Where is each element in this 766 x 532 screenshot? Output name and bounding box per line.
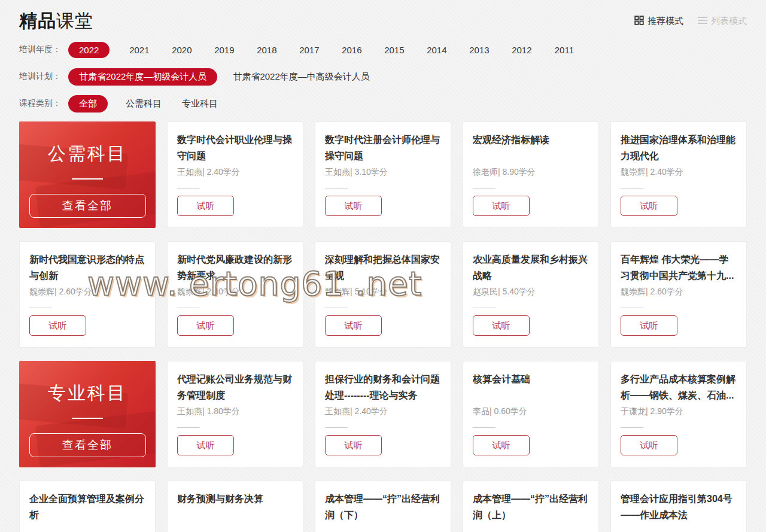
course-meta: 魏崇辉| 2.40学分 — [621, 167, 737, 178]
view-all-button[interactable]: 查看全部 — [29, 194, 146, 218]
course-title: 成本管理——“拧”出经营利润（下） — [325, 491, 441, 523]
divider — [72, 178, 103, 180]
page-header: 精品课堂 推荐模式 列表模式 — [19, 0, 747, 34]
divider — [72, 418, 103, 419]
list-mode-button[interactable]: 列表模式 — [698, 16, 747, 27]
year-option[interactable]: 2011 — [543, 45, 585, 55]
filter-row-year: 培训年度： 2022 2021 2020 2019 2018 2017 2016… — [19, 41, 747, 59]
course-meta: 魏崇辉| 2.60学分 — [621, 287, 737, 297]
course-title: 财务预测与财务决算 — [177, 491, 293, 523]
audition-button[interactable]: 试听 — [621, 196, 677, 216]
course-title: 管理会计应用指引第304号——作业成本法 — [621, 491, 737, 523]
category-card-public: 公需科目 查看全部 — [19, 121, 156, 228]
course-meta: 于谦龙| 2.90学分 — [621, 406, 737, 417]
course-grid: 公需科目 查看全部 数字时代会计职业伦理与操守问题 王如燕| 2.40学分 试听… — [19, 121, 747, 532]
course-title: 多行业产品成本核算案例解析——钢铁、煤炭、石油... — [621, 371, 737, 403]
divider — [325, 427, 348, 428]
course-title: 数字时代注册会计师伦理与操守问题 — [325, 132, 441, 164]
course-title: 新时代党风廉政建设的新形势新要求 — [177, 251, 293, 284]
course-card: 核算会计基础 李品| 0.60学分 试听 — [463, 361, 599, 467]
year-option[interactable]: 2021 — [118, 45, 160, 55]
view-all-button[interactable]: 查看全部 — [29, 433, 146, 457]
year-option[interactable]: 2019 — [203, 45, 245, 55]
course-title: 新时代我国意识形态的特点与创新 — [29, 251, 145, 284]
course-meta: 赵泉民| 5.40学分 — [473, 287, 589, 297]
course-card: 百年辉煌 伟大荣光——学习贯彻中国共产党第十九... 魏崇辉| 2.60学分 试… — [610, 241, 747, 348]
course-meta: 魏崇辉| 2.40学分 — [177, 287, 293, 297]
year-option[interactable]: 2014 — [415, 45, 458, 55]
audition-button[interactable]: 试听 — [177, 435, 234, 455]
plan-options: 甘肃省2022年度—初级会计人员 甘肃省2022年度—中高级会计人员 — [68, 68, 370, 86]
page-title: 精品课堂 — [19, 9, 93, 34]
course-title: 核算会计基础 — [473, 371, 589, 403]
recommend-mode-label: 推荐模式 — [648, 16, 683, 27]
divider — [621, 427, 643, 428]
audition-button[interactable]: 试听 — [177, 196, 234, 216]
course-card: 新时代我国意识形态的特点与创新 魏崇辉| 2.60学分 试听 — [19, 241, 156, 348]
filter-label-category: 课程类别： — [19, 98, 68, 109]
divider — [473, 427, 496, 428]
audition-button[interactable]: 试听 — [473, 435, 530, 455]
audition-button[interactable]: 试听 — [473, 315, 530, 336]
category-options: 全部 公需科目 专业科目 — [68, 95, 218, 113]
course-title: 担保行业的财务和会计问题处理--------理论与实务 — [325, 371, 441, 403]
grid-icon — [634, 16, 644, 27]
course-meta: 王如燕| 1.80学分 — [177, 406, 293, 417]
divider — [177, 188, 200, 189]
category-option-selected[interactable]: 全部 — [68, 95, 108, 113]
year-option[interactable]: 2012 — [500, 45, 543, 55]
course-card: 新时代党风廉政建设的新形势新要求 魏崇辉| 2.40学分 试听 — [167, 241, 303, 348]
page-title-bold: 精品 — [19, 11, 56, 31]
course-title: 深刻理解和把握总体国家安全观 — [325, 251, 441, 284]
course-meta: 魏崇辉| 2.60学分 — [29, 287, 145, 297]
audition-button[interactable]: 试听 — [29, 315, 86, 336]
audition-button[interactable]: 试听 — [325, 315, 382, 336]
divider — [621, 308, 643, 308]
audition-button[interactable]: 试听 — [473, 196, 530, 216]
plan-option-selected[interactable]: 甘肃省2022年度—初级会计人员 — [68, 68, 217, 86]
audition-button[interactable]: 试听 — [177, 315, 234, 336]
recommend-mode-button[interactable]: 推荐模式 — [634, 16, 683, 27]
course-title: 推进国家治理体系和治理能力现代化 — [621, 132, 737, 164]
year-option[interactable]: 2016 — [330, 45, 373, 55]
year-option[interactable]: 2013 — [458, 45, 500, 55]
course-card: 农业高质量发展和乡村振兴战略 赵泉民| 5.40学分 试听 — [463, 241, 599, 348]
year-option-selected[interactable]: 2022 — [68, 42, 110, 58]
divider — [29, 308, 52, 308]
course-title: 代理记账公司业务规范与财务管理制度 — [177, 371, 293, 403]
course-card: 多行业产品成本核算案例解析——钢铁、煤炭、石油... 于谦龙| 2.90学分 试… — [610, 361, 747, 467]
course-meta: 徐老师| 8.90学分 — [473, 167, 589, 178]
category-card-title: 专业科目 — [48, 381, 127, 406]
course-card: 代理记账公司业务规范与财务管理制度 王如燕| 1.80学分 试听 — [167, 361, 303, 467]
audition-button[interactable]: 试听 — [621, 435, 677, 455]
year-option[interactable]: 2018 — [245, 45, 288, 55]
view-mode-switch: 推荐模式 列表模式 — [634, 16, 747, 27]
divider — [325, 188, 348, 189]
list-mode-label: 列表模式 — [711, 16, 747, 27]
divider — [473, 188, 496, 189]
category-option[interactable]: 公需科目 — [126, 98, 162, 110]
year-option[interactable]: 2015 — [373, 45, 415, 55]
course-card: 成本管理——“拧”出经营利润（下） — [315, 481, 451, 532]
category-card-title: 公需科目 — [48, 142, 127, 166]
course-card: 企业全面预算管理及案例分析 — [19, 481, 156, 532]
course-card: 宏观经济指标解读 徐老师| 8.90学分 试听 — [463, 121, 599, 228]
course-card: 推进国家治理体系和治理能力现代化 魏崇辉| 2.40学分 试听 — [610, 121, 747, 228]
page-title-rest: 课堂 — [56, 11, 93, 31]
course-card: 数字时代会计职业伦理与操守问题 王如燕| 2.40学分 试听 — [167, 121, 303, 228]
premium-classroom-page: 精品课堂 推荐模式 列表模式 培训年度： 2022 2021 2020 — [0, 0, 766, 532]
audition-button[interactable]: 试听 — [325, 435, 382, 455]
list-icon — [698, 16, 707, 26]
audition-button[interactable]: 试听 — [621, 315, 677, 336]
course-title: 企业全面预算管理及案例分析 — [29, 491, 145, 523]
audition-button[interactable]: 试听 — [325, 196, 382, 216]
plan-option[interactable]: 甘肃省2022年度—中高级会计人员 — [233, 71, 369, 83]
year-options: 2022 2021 2020 2019 2018 2017 2016 2015 … — [68, 42, 585, 58]
course-card: 数字时代注册会计师伦理与操守问题 王如燕| 3.10学分 试听 — [315, 121, 451, 228]
filter-row-category: 课程类别： 全部 公需科目 专业科目 — [19, 95, 747, 113]
course-meta: 王如燕| 2.40学分 — [177, 167, 293, 178]
course-card: 成本管理——“拧”出经营利润（上） — [463, 481, 599, 532]
category-option[interactable]: 专业科目 — [182, 98, 218, 110]
year-option[interactable]: 2017 — [288, 45, 330, 55]
year-option[interactable]: 2020 — [160, 45, 203, 55]
